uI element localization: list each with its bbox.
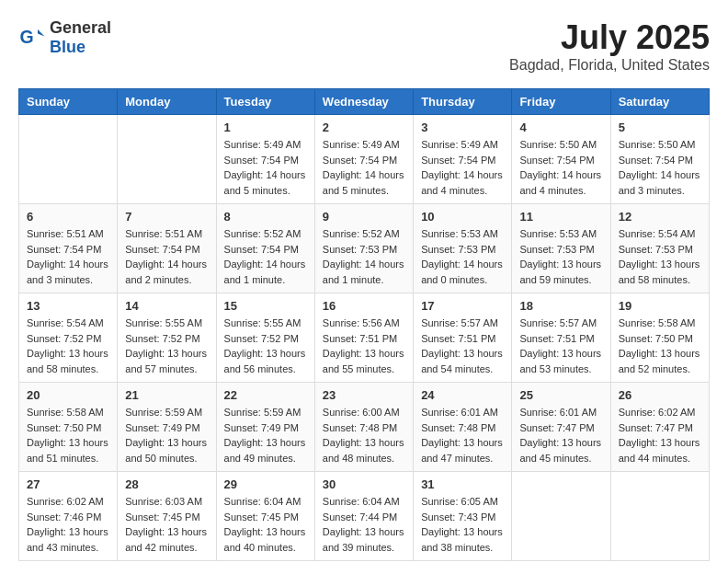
day-number: 14: [125, 299, 208, 313]
day-info: Sunrise: 5:54 AMSunset: 7:53 PMDaylight:…: [619, 226, 701, 287]
calendar-week-row: 13Sunrise: 5:54 AMSunset: 7:52 PMDayligh…: [19, 293, 710, 383]
calendar-week-row: 1Sunrise: 5:49 AMSunset: 7:54 PMDaylight…: [19, 115, 710, 204]
day-number: 2: [323, 121, 405, 134]
svg-text:G: G: [20, 27, 34, 47]
day-number: 21: [125, 388, 208, 402]
day-number: 11: [519, 210, 602, 224]
weekday-header-tuesday: Tuesday: [216, 89, 314, 115]
day-number: 5: [619, 121, 701, 134]
day-info: Sunrise: 5:49 AMSunset: 7:54 PMDaylight:…: [421, 137, 504, 198]
calendar-cell: 30Sunrise: 6:04 AMSunset: 7:44 PMDayligh…: [314, 472, 413, 561]
day-number: 22: [224, 388, 307, 402]
day-info: Sunrise: 5:55 AMSunset: 7:52 PMDaylight:…: [224, 316, 307, 376]
day-info: Sunrise: 6:00 AMSunset: 7:48 PMDaylight:…: [323, 405, 405, 465]
day-info: Sunrise: 6:01 AMSunset: 7:48 PMDaylight:…: [421, 405, 504, 465]
calendar-cell: 1Sunrise: 5:49 AMSunset: 7:54 PMDaylight…: [216, 115, 314, 204]
weekday-header-friday: Friday: [512, 89, 610, 115]
svg-marker-1: [38, 29, 45, 37]
day-number: 24: [421, 388, 504, 402]
day-number: 30: [323, 477, 405, 491]
day-number: 25: [519, 388, 602, 402]
day-number: 16: [323, 299, 405, 313]
day-number: 8: [224, 210, 307, 224]
calendar-cell: 5Sunrise: 5:50 AMSunset: 7:54 PMDaylight…: [610, 115, 709, 204]
calendar-cell: 8Sunrise: 5:52 AMSunset: 7:54 PMDaylight…: [216, 204, 314, 293]
calendar-cell: 4Sunrise: 5:50 AMSunset: 7:54 PMDaylight…: [512, 115, 610, 204]
day-number: 7: [125, 210, 208, 224]
calendar-week-row: 27Sunrise: 6:02 AMSunset: 7:46 PMDayligh…: [19, 472, 710, 561]
weekday-header-sunday: Sunday: [19, 89, 118, 115]
day-number: 29: [224, 477, 307, 491]
day-info: Sunrise: 5:49 AMSunset: 7:54 PMDaylight:…: [323, 137, 405, 198]
day-info: Sunrise: 5:53 AMSunset: 7:53 PMDaylight:…: [519, 226, 602, 287]
day-info: Sunrise: 5:50 AMSunset: 7:54 PMDaylight:…: [519, 137, 602, 198]
day-info: Sunrise: 5:57 AMSunset: 7:51 PMDaylight:…: [519, 316, 602, 376]
calendar-cell: 25Sunrise: 6:01 AMSunset: 7:47 PMDayligh…: [512, 383, 610, 472]
day-number: 1: [224, 121, 307, 134]
day-info: Sunrise: 5:51 AMSunset: 7:54 PMDaylight:…: [125, 226, 208, 287]
day-number: 28: [125, 477, 208, 491]
day-number: 19: [619, 299, 701, 313]
calendar-cell: [610, 472, 709, 561]
day-info: Sunrise: 6:02 AMSunset: 7:47 PMDaylight:…: [619, 405, 701, 465]
day-info: Sunrise: 5:54 AMSunset: 7:52 PMDaylight:…: [27, 316, 109, 376]
day-number: 27: [27, 477, 109, 491]
calendar-cell: 13Sunrise: 5:54 AMSunset: 7:52 PMDayligh…: [19, 293, 118, 383]
day-number: 18: [519, 299, 602, 313]
logo-blue-text: Blue: [50, 38, 111, 57]
day-info: Sunrise: 6:03 AMSunset: 7:45 PMDaylight:…: [125, 494, 208, 555]
calendar-cell: 17Sunrise: 5:57 AMSunset: 7:51 PMDayligh…: [414, 293, 512, 383]
day-info: Sunrise: 5:55 AMSunset: 7:52 PMDaylight:…: [125, 316, 208, 376]
day-info: Sunrise: 6:02 AMSunset: 7:46 PMDaylight:…: [27, 494, 109, 555]
calendar-cell: 10Sunrise: 5:53 AMSunset: 7:53 PMDayligh…: [414, 204, 512, 293]
calendar-cell: 14Sunrise: 5:55 AMSunset: 7:52 PMDayligh…: [118, 293, 216, 383]
day-number: 20: [27, 388, 109, 402]
calendar-cell: 23Sunrise: 6:00 AMSunset: 7:48 PMDayligh…: [314, 383, 413, 472]
calendar-cell: 29Sunrise: 6:04 AMSunset: 7:45 PMDayligh…: [216, 472, 314, 561]
day-info: Sunrise: 5:53 AMSunset: 7:53 PMDaylight:…: [421, 226, 504, 287]
calendar-cell: 20Sunrise: 5:58 AMSunset: 7:50 PMDayligh…: [19, 383, 118, 472]
day-number: 9: [323, 210, 405, 224]
day-info: Sunrise: 6:05 AMSunset: 7:43 PMDaylight:…: [421, 494, 504, 555]
calendar-cell: 11Sunrise: 5:53 AMSunset: 7:53 PMDayligh…: [512, 204, 610, 293]
calendar-cell: 18Sunrise: 5:57 AMSunset: 7:51 PMDayligh…: [512, 293, 610, 383]
day-info: Sunrise: 5:56 AMSunset: 7:51 PMDaylight:…: [323, 316, 405, 376]
location-subtitle: Bagdad, Florida, United States: [509, 57, 710, 74]
calendar-cell: 26Sunrise: 6:02 AMSunset: 7:47 PMDayligh…: [610, 383, 709, 472]
calendar-cell: 6Sunrise: 5:51 AMSunset: 7:54 PMDaylight…: [19, 204, 118, 293]
calendar-cell: 27Sunrise: 6:02 AMSunset: 7:46 PMDayligh…: [19, 472, 118, 561]
calendar-header-row: SundayMondayTuesdayWednesdayThursdayFrid…: [19, 89, 710, 115]
day-number: 12: [619, 210, 701, 224]
month-year-title: July 2025: [509, 18, 710, 57]
day-number: 10: [421, 210, 504, 224]
day-number: 26: [619, 388, 701, 402]
calendar-cell: 7Sunrise: 5:51 AMSunset: 7:54 PMDaylight…: [118, 204, 216, 293]
day-info: Sunrise: 5:49 AMSunset: 7:54 PMDaylight:…: [224, 137, 307, 198]
logo-general-text: General: [50, 18, 111, 38]
day-number: 13: [27, 299, 109, 313]
day-info: Sunrise: 5:59 AMSunset: 7:49 PMDaylight:…: [224, 405, 307, 465]
calendar-cell: 28Sunrise: 6:03 AMSunset: 7:45 PMDayligh…: [118, 472, 216, 561]
calendar-cell: [512, 472, 610, 561]
page-header: G General Blue July 2025 Bagdad, Florida…: [18, 18, 710, 74]
day-info: Sunrise: 5:58 AMSunset: 7:50 PMDaylight:…: [27, 405, 109, 465]
calendar-cell: 16Sunrise: 5:56 AMSunset: 7:51 PMDayligh…: [314, 293, 413, 383]
day-info: Sunrise: 5:51 AMSunset: 7:54 PMDaylight:…: [27, 226, 109, 287]
day-info: Sunrise: 6:01 AMSunset: 7:47 PMDaylight:…: [519, 405, 602, 465]
day-info: Sunrise: 6:04 AMSunset: 7:44 PMDaylight:…: [323, 494, 405, 555]
calendar-table: SundayMondayTuesdayWednesdayThursdayFrid…: [18, 88, 710, 561]
calendar-week-row: 20Sunrise: 5:58 AMSunset: 7:50 PMDayligh…: [19, 383, 710, 472]
calendar-cell: 24Sunrise: 6:01 AMSunset: 7:48 PMDayligh…: [414, 383, 512, 472]
logo-icon: G: [18, 24, 46, 52]
calendar-cell: 9Sunrise: 5:52 AMSunset: 7:53 PMDaylight…: [314, 204, 413, 293]
day-info: Sunrise: 5:57 AMSunset: 7:51 PMDaylight:…: [421, 316, 504, 376]
weekday-header-thursday: Thursday: [414, 89, 512, 115]
day-info: Sunrise: 5:58 AMSunset: 7:50 PMDaylight:…: [619, 316, 701, 376]
weekday-header-wednesday: Wednesday: [314, 89, 413, 115]
calendar-cell: 31Sunrise: 6:05 AMSunset: 7:43 PMDayligh…: [414, 472, 512, 561]
calendar-week-row: 6Sunrise: 5:51 AMSunset: 7:54 PMDaylight…: [19, 204, 710, 293]
weekday-header-saturday: Saturday: [610, 89, 709, 115]
day-info: Sunrise: 6:04 AMSunset: 7:45 PMDaylight:…: [224, 494, 307, 555]
day-number: 23: [323, 388, 405, 402]
calendar-cell: 19Sunrise: 5:58 AMSunset: 7:50 PMDayligh…: [610, 293, 709, 383]
